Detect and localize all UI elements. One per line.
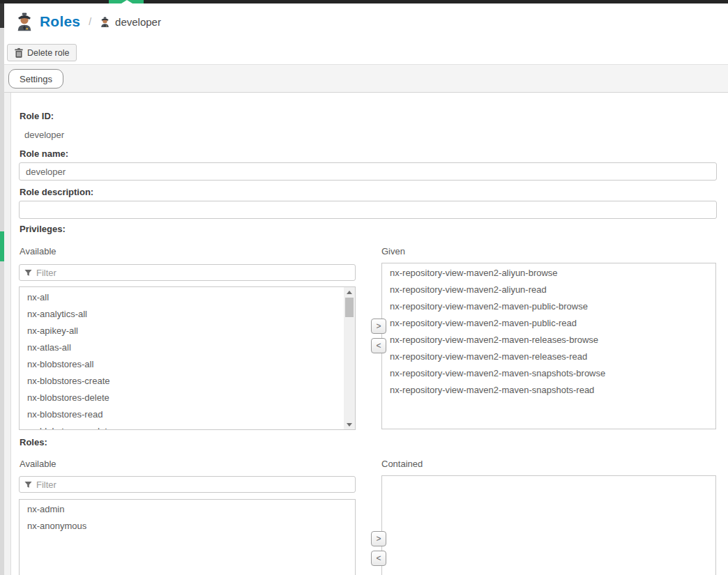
list-item[interactable]: nx-blobstores-update [20, 423, 355, 430]
trash-icon [15, 48, 23, 58]
list-item[interactable]: nx-repository-view-maven2-maven-public-b… [382, 298, 715, 315]
roles-available-list: nx-adminnx-anonymous [19, 499, 356, 575]
privileges-remove-button[interactable]: < [371, 338, 386, 353]
privileges-available-list: nx-allnx-analytics-allnx-apikey-allnx-at… [19, 286, 356, 430]
settings-form: Role ID: developer Role name: Role descr… [11, 93, 728, 575]
list-item[interactable]: nx-blobstores-create [20, 373, 355, 390]
active-nav-indicator [109, 0, 144, 3]
filter-funnel-icon [24, 481, 32, 489]
roles-contained-label: Contained [381, 459, 423, 469]
delete-role-label: Delete role [27, 48, 69, 58]
privileges-given-list: nx-repository-view-maven2-aliyun-browsen… [381, 263, 716, 429]
privileges-given-label: Given [381, 246, 405, 256]
action-toolbar: Delete role [4, 40, 728, 64]
tab-settings-label: Settings [20, 74, 52, 84]
list-item[interactable]: nx-atlas-all [20, 339, 355, 356]
left-gutter [4, 93, 10, 575]
list-item[interactable]: nx-repository-view-maven2-maven-public-r… [382, 315, 715, 332]
officer-icon [99, 16, 111, 28]
scroll-up-arrow[interactable] [344, 287, 355, 297]
breadcrumb: Roles / developer [4, 3, 728, 40]
list-item[interactable]: nx-admin [20, 501, 355, 518]
privileges-filter [19, 264, 356, 281]
role-id-label: Role ID: [20, 111, 54, 121]
privileges-add-button[interactable]: > [371, 319, 386, 334]
breadcrumb-current-role: developer [115, 16, 161, 28]
list-item[interactable]: nx-repository-view-maven2-maven-releases… [382, 332, 715, 348]
roles-filter [19, 476, 356, 493]
list-item[interactable]: nx-apikey-all [20, 323, 355, 339]
breadcrumb-separator: / [89, 16, 91, 27]
roles-label: Roles: [20, 437, 47, 447]
list-item[interactable]: nx-repository-view-maven2-maven-snapshot… [382, 382, 715, 399]
list-item[interactable]: nx-blobstores-read [20, 406, 355, 423]
page-title-roles-link[interactable]: Roles [40, 13, 80, 30]
left-rail-dark-segment [0, 3, 4, 28]
role-id-value: developer [24, 130, 64, 140]
list-item[interactable]: nx-anonymous [20, 518, 355, 535]
roles-available-label: Available [20, 459, 56, 469]
tab-settings[interactable]: Settings [8, 69, 63, 89]
scroll-down-arrow[interactable] [344, 420, 355, 429]
list-item[interactable]: nx-blobstores-all [20, 356, 355, 373]
roles-filter-input[interactable] [36, 480, 350, 490]
nav-indicator-notch [121, 0, 132, 3]
list-item[interactable]: nx-repository-view-maven2-maven-releases… [382, 348, 715, 365]
privileges-filter-input[interactable] [36, 268, 350, 278]
privileges-label: Privileges: [20, 224, 66, 234]
top-accent-bar [0, 0, 728, 3]
officer-icon [14, 11, 35, 32]
list-item[interactable]: nx-repository-view-maven2-aliyun-read [382, 282, 715, 298]
role-description-input[interactable] [19, 201, 717, 219]
list-item[interactable]: nx-repository-view-maven2-maven-snapshot… [382, 365, 715, 382]
list-item[interactable]: nx-analytics-all [20, 306, 355, 323]
list-item[interactable]: nx-repository-view-maven2-aliyun-browse [382, 265, 715, 282]
left-scroll-rail[interactable] [0, 3, 4, 575]
list-item[interactable]: nx-all [20, 289, 355, 306]
roles-remove-button[interactable]: < [371, 551, 386, 566]
delete-role-button[interactable]: Delete role [7, 44, 77, 61]
filter-funnel-icon [24, 269, 32, 277]
role-name-input[interactable] [19, 162, 717, 181]
roles-contained-list [381, 475, 716, 575]
privileges-list-scrollbar[interactable] [344, 287, 355, 429]
privileges-available-label: Available [20, 246, 56, 256]
left-rail-scroll-indicator[interactable] [0, 231, 4, 261]
roles-add-button[interactable]: > [371, 531, 386, 546]
tab-bar: Settings [4, 65, 728, 93]
list-item[interactable]: nx-blobstores-delete [20, 390, 355, 406]
roles-edit-screen: Roles / developer Delete role [0, 0, 728, 575]
role-name-label: Role name: [20, 148, 68, 159]
scroll-thumb[interactable] [345, 298, 354, 317]
role-description-label: Role description: [20, 187, 93, 197]
